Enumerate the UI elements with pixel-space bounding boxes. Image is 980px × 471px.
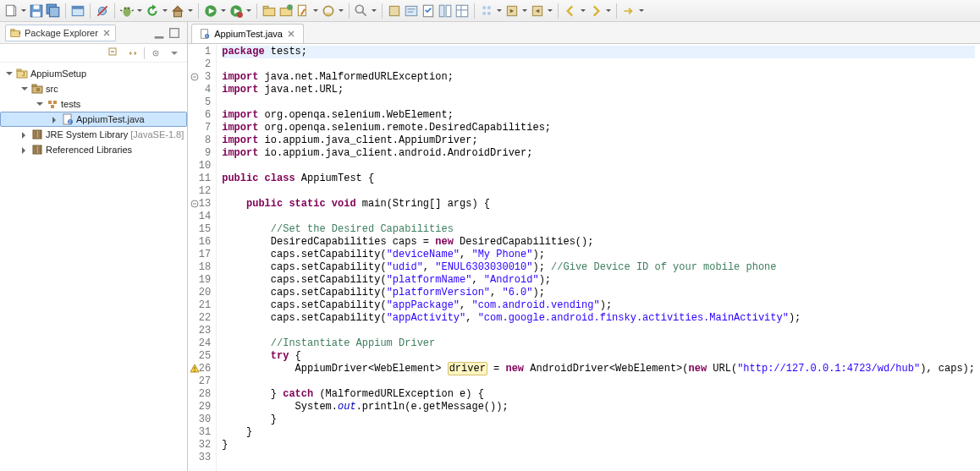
collapse-icon[interactable] [34, 99, 44, 109]
gutter-line[interactable]: 30 [190, 413, 211, 426]
gutter-line[interactable]: 26 [190, 363, 211, 375]
code-content[interactable]: package tests;import java.net.MalformedU… [217, 44, 980, 471]
explorer-close-icon[interactable] [102, 28, 112, 38]
code-line[interactable]: import org.openqa.selenium.remote.Desire… [222, 122, 975, 134]
new-file-dropdown[interactable] [312, 8, 319, 14]
tree-package[interactable]: tests [0, 96, 187, 112]
save-all-button[interactable] [46, 3, 61, 19]
new-file-button[interactable] [295, 3, 311, 19]
code-line[interactable]: import java.net.URL; [222, 84, 975, 96]
code-line[interactable]: import io.appium.java_client.AppiumDrive… [222, 134, 975, 147]
expand-icon[interactable] [19, 129, 29, 140]
code-line[interactable]: } [222, 413, 975, 426]
gutter-line[interactable]: 20 [190, 287, 211, 299]
code-line[interactable]: //Set the Desired Capabilities [222, 223, 975, 236]
line-gutter[interactable]: 1234567891011121314151617181920212223242… [188, 44, 217, 471]
run-button[interactable] [203, 3, 218, 19]
build-button[interactable] [170, 3, 185, 19]
gutter-line[interactable]: 10 [190, 160, 211, 173]
gutter-line[interactable]: 31 [190, 426, 211, 439]
view-menu-button[interactable] [168, 47, 181, 60]
focus-button[interactable] [149, 47, 162, 60]
gutter-line[interactable]: 6 [190, 109, 211, 122]
prev-dropdown[interactable] [547, 8, 553, 14]
last-edit-dropdown[interactable] [638, 8, 645, 14]
refresh-dropdown[interactable] [162, 8, 168, 14]
build-dropdown[interactable] [187, 8, 194, 14]
code-line[interactable]: caps.setCapability("platformName", "Andr… [222, 274, 975, 287]
debug-dropdown[interactable] [136, 8, 143, 14]
gutter-line[interactable]: 23 [190, 325, 211, 337]
code-line[interactable] [222, 375, 975, 388]
gutter-line[interactable]: 8 [190, 134, 211, 147]
gutter-line[interactable]: 2 [190, 58, 211, 71]
gutter-line[interactable]: 28 [190, 388, 211, 401]
new-dropdown[interactable] [20, 8, 27, 14]
gutter-line[interactable]: 21 [190, 299, 211, 312]
explorer-tab[interactable]: Package Explorer [5, 25, 116, 41]
last-edit-button[interactable] [621, 3, 636, 19]
prev-annotation-button[interactable] [530, 3, 545, 19]
expand-icon[interactable] [19, 145, 29, 155]
code-line[interactable]: public static void main(String[] args) { [222, 198, 975, 211]
forward-button[interactable] [588, 3, 603, 19]
tab-close-icon[interactable] [286, 29, 296, 39]
new-class-button[interactable] [278, 3, 294, 19]
task-button[interactable] [421, 3, 436, 19]
coverage-dropdown[interactable] [245, 8, 252, 14]
toggle-mark-button[interactable] [387, 3, 402, 19]
gutter-line[interactable]: 5 [190, 96, 211, 109]
code-line[interactable]: import org.openqa.selenium.WebElement; [222, 109, 975, 122]
gutter-line[interactable]: 13 [190, 198, 211, 211]
code-line[interactable]: AppiumDriver<WebElement> driver = new An… [222, 363, 975, 375]
maximize-button[interactable] [168, 26, 181, 40]
back-dropdown[interactable] [580, 8, 586, 14]
fold-icon[interactable] [190, 199, 200, 209]
next-annotation-button[interactable] [504, 3, 520, 19]
code-line[interactable]: package tests; [222, 46, 975, 58]
debug-button[interactable] [119, 3, 135, 19]
run-dropdown[interactable] [220, 8, 227, 14]
collapse-icon[interactable] [3, 68, 14, 79]
code-line[interactable]: caps.setCapability("appActivity", "com.g… [222, 312, 975, 325]
open-type-dropdown[interactable] [338, 8, 344, 14]
gutter-line[interactable]: 1 [190, 46, 211, 58]
minimize-button[interactable] [152, 26, 166, 40]
pin-dropdown[interactable] [496, 8, 503, 14]
forward-dropdown[interactable] [605, 8, 612, 14]
gutter-line[interactable]: 11 [190, 173, 211, 185]
gutter-line[interactable]: 14 [190, 211, 211, 223]
code-line[interactable]: } [222, 439, 975, 452]
gutter-line[interactable]: 29 [190, 401, 211, 413]
gutter-line[interactable]: 27 [190, 375, 211, 388]
tree-jre[interactable]: JRE System Library [JavaSE-1.8] [0, 127, 187, 142]
code-line[interactable]: import io.appium.java_client.android.And… [222, 147, 975, 160]
refresh-button[interactable] [145, 3, 160, 19]
code-line[interactable]: //Instantiate Appium Driver [222, 337, 975, 350]
code-line[interactable]: } catch (MalformedURLException e) { [222, 388, 975, 401]
code-editor[interactable]: 1234567891011121314151617181920212223242… [188, 44, 980, 471]
skip-breakpoints-button[interactable] [95, 3, 110, 19]
code-line[interactable] [222, 452, 975, 464]
code-line[interactable]: caps.setCapability("udid", "ENUL63030300… [222, 261, 975, 274]
gutter-line[interactable]: 15 [190, 223, 211, 236]
coverage-button[interactable] [228, 3, 244, 19]
code-line[interactable]: caps.setCapability("deviceName", "My Pho… [222, 249, 975, 261]
code-line[interactable] [222, 185, 975, 198]
gutter-line[interactable]: 19 [190, 274, 211, 287]
code-line[interactable] [222, 160, 975, 173]
tree-file-selected[interactable]: J AppiumTest.java [0, 112, 187, 127]
next-dropdown[interactable] [521, 8, 528, 14]
code-line[interactable] [222, 58, 975, 71]
code-line[interactable]: caps.setCapability("appPackage", "com.an… [222, 299, 975, 312]
code-line[interactable]: try { [222, 350, 975, 363]
collapse-icon[interactable] [19, 84, 29, 94]
code-line[interactable]: DesiredCapabilities caps = new DesiredCa… [222, 236, 975, 249]
code-line[interactable]: caps.setCapability("platformVersion", "6… [222, 287, 975, 299]
gutter-line[interactable]: 7 [190, 122, 211, 134]
link-editor-button[interactable] [70, 3, 85, 19]
new-button[interactable] [3, 3, 19, 19]
code-line[interactable] [222, 211, 975, 223]
link-with-editor-button[interactable] [126, 47, 140, 60]
tree-src[interactable]: src [0, 81, 187, 96]
